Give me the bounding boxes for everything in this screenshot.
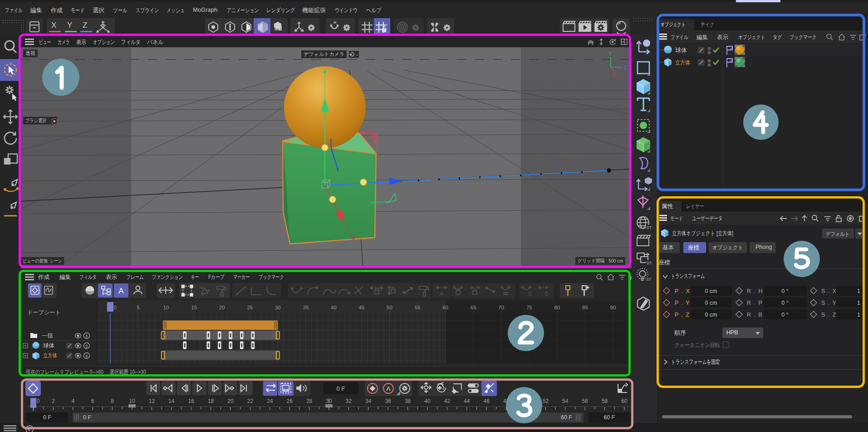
svg-text:ST: ST <box>647 225 652 230</box>
svg-text:ST: ST <box>646 277 652 282</box>
svg-text:ST: ST <box>647 261 652 265</box>
